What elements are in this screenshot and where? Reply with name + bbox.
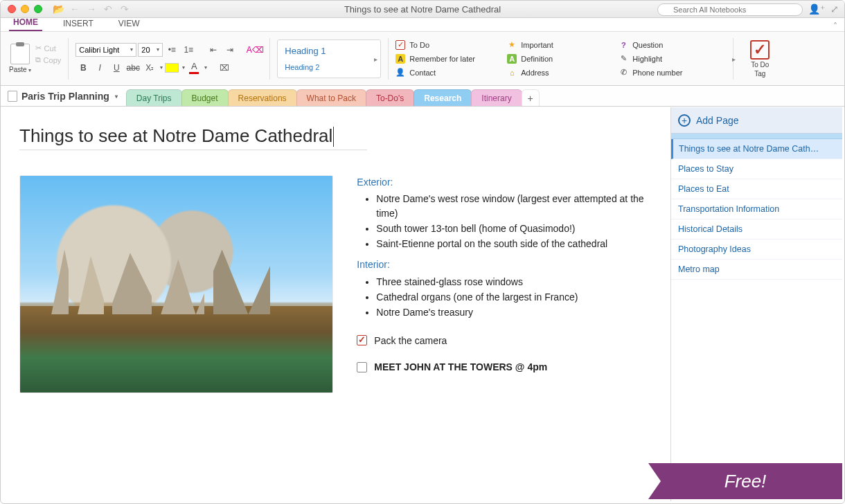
page-list-item[interactable]: Places to Eat	[671, 179, 842, 199]
page-list: Things to see at Notre Dame Cath…Places …	[671, 139, 842, 280]
undo-icon[interactable]: ↶	[102, 3, 114, 15]
zoom-window[interactable]	[34, 5, 42, 13]
exterior-heading: Exterior:	[357, 175, 654, 189]
cut-label: Cut	[44, 44, 56, 53]
bullets-button[interactable]: •≡	[164, 42, 179, 57]
copy-button[interactable]: ⧉Copy	[35, 55, 62, 64]
section-tab-to-do-s[interactable]: To-Do's	[366, 89, 414, 106]
style-heading1[interactable]: Heading 1	[285, 46, 373, 56]
font-family-value: Calibri Light	[79, 46, 119, 54]
checkbox-empty-icon[interactable]: ✓	[357, 362, 367, 372]
copy-label: Copy	[44, 56, 62, 64]
page-list-item[interactable]: Places to Stay	[671, 159, 842, 179]
notre-dame-image[interactable]	[19, 175, 333, 393]
tag-definition[interactable]: ADefinition	[507, 53, 614, 65]
style-heading2[interactable]: Heading 2	[285, 63, 373, 71]
tag-important[interactable]: ★Important	[507, 39, 614, 51]
tag-phone[interactable]: ✆Phone number	[619, 66, 726, 79]
chevron-down-icon: ▾	[115, 93, 118, 100]
section-tab-research[interactable]: Research	[413, 89, 472, 106]
section-tab-day-trips[interactable]: Day Trips	[126, 89, 182, 106]
clear-formatting-button[interactable]: A⌫	[247, 42, 263, 57]
page-list-item[interactable]: Photography Ideas	[671, 240, 842, 260]
scissors-icon: ✂	[35, 44, 42, 53]
contact-icon: 👤	[395, 68, 405, 78]
task-meet-john[interactable]: ✓ MEET JOHN AT THE TOWERS @ 4pm	[357, 360, 654, 374]
highlight-button[interactable]	[164, 60, 179, 75]
section-tab-budget[interactable]: Budget	[181, 89, 229, 106]
tag-question[interactable]: ?Question	[619, 39, 726, 51]
page-list-item[interactable]: Metro map	[671, 260, 842, 280]
underline-button[interactable]: U	[109, 60, 124, 75]
section-tabs: Day TripsBudgetReservationsWhat to PackT…	[126, 89, 539, 106]
tag-address[interactable]: ⌂Address	[507, 66, 614, 79]
list-item: Cathedral organs (one of the largest in …	[376, 290, 654, 304]
list-item: Notre Dame's west rose window (largest e…	[376, 192, 654, 220]
page-list-item[interactable]: Things to see at Notre Dame Cath…	[671, 139, 842, 159]
page-list-item[interactable]: Transportation Information	[671, 199, 842, 219]
bold-button[interactable]: B	[75, 60, 91, 75]
tab-home[interactable]: HOME	[9, 16, 42, 31]
plus-icon: +	[678, 114, 691, 127]
ribbon-tabs: HOME INSERT VIEW ˄	[1, 18, 844, 32]
numbering-button[interactable]: 1≡	[181, 42, 196, 57]
cut-button[interactable]: ✂Cut	[35, 44, 62, 53]
search-input[interactable]	[657, 3, 803, 16]
subscript-button[interactable]: X₂	[142, 60, 157, 75]
italic-button[interactable]: I	[92, 60, 107, 75]
task-label: Pack the camera	[374, 334, 447, 348]
todo-tag-button[interactable]: ✓ To Do Tag	[750, 40, 770, 78]
paste-label: Paste	[9, 66, 27, 73]
share-icon[interactable]: 👤⁺	[808, 3, 825, 15]
tag-todo[interactable]: ✓To Do	[395, 39, 503, 51]
tags-expand-icon[interactable]: ▸	[732, 55, 736, 62]
task-pack-camera[interactable]: ✓ Pack the camera	[357, 334, 654, 348]
star-icon: ★	[507, 40, 517, 50]
page-title[interactable]: Things to see at Notre Dame Cathedral	[19, 125, 367, 150]
section-tab-what-to-pack[interactable]: What to Pack	[296, 89, 366, 106]
close-window[interactable]	[8, 5, 16, 13]
phone-icon: ✆	[619, 68, 628, 78]
strikethrough-button[interactable]: abc	[125, 60, 141, 75]
paste-button[interactable]: Paste▾	[9, 44, 31, 73]
exterior-list: Notre Dame's west rose window (largest e…	[376, 192, 654, 251]
redo-icon[interactable]: ↷	[118, 3, 131, 15]
section-tab-reservations[interactable]: Reservations	[228, 89, 297, 106]
notebook-bar: Paris Trip Planning ▾ Day TripsBudgetRes…	[1, 86, 844, 107]
checkmark-icon: ✓	[750, 40, 770, 60]
free-banner: Free!	[648, 463, 842, 499]
add-page-label: Add Page	[696, 115, 739, 126]
section-tab-itinerary[interactable]: Itinerary	[471, 89, 522, 106]
page-list-item[interactable]: Historical Details	[671, 219, 842, 240]
page-notes[interactable]: Exterior: Notre Dame's west rose window …	[357, 175, 654, 374]
format-painter-button[interactable]: ⌧	[217, 60, 232, 75]
forward-icon[interactable]: →	[85, 3, 98, 15]
copy-icon: ⧉	[35, 55, 41, 64]
styles-gallery[interactable]: Heading 1 Heading 2 ▸	[277, 39, 381, 78]
tag-contact[interactable]: 👤Contact	[395, 66, 503, 79]
tag-remember[interactable]: ARemember for later	[395, 53, 503, 65]
add-section-button[interactable]: +	[522, 89, 540, 106]
font-family-select[interactable]: Calibri Light▾	[75, 43, 136, 57]
back-icon[interactable]: ←	[69, 3, 81, 15]
open-icon[interactable]: 📂	[52, 3, 64, 15]
interior-list: Three stained-glass rose windowsCathedra…	[376, 275, 654, 320]
page-canvas[interactable]: Things to see at Notre Dame Cathedral Ex…	[3, 107, 670, 501]
task-label: MEET JOHN AT THE TOWERS @ 4pm	[374, 360, 547, 374]
indent-button[interactable]: ⇥	[222, 42, 238, 57]
outdent-button[interactable]: ⇤	[206, 42, 221, 57]
tag-highlight[interactable]: ✎Highlight	[619, 53, 726, 65]
ribbon-collapse-icon[interactable]: ˄	[833, 21, 837, 31]
font-size-select[interactable]: 20▾	[138, 43, 163, 57]
checkbox-checked-icon[interactable]: ✓	[357, 335, 367, 345]
notebook-selector[interactable]: Paris Trip Planning ▾	[1, 91, 125, 106]
tab-view[interactable]: VIEW	[114, 17, 144, 31]
home-icon: ⌂	[507, 68, 517, 78]
font-color-button[interactable]: A	[186, 60, 202, 75]
add-page-button[interactable]: + Add Page	[671, 107, 842, 134]
fullscreen-icon[interactable]: ⤢	[830, 3, 839, 15]
tab-insert[interactable]: INSERT	[59, 17, 98, 31]
notebook-icon	[8, 91, 17, 102]
minimize-window[interactable]	[21, 5, 29, 13]
styles-expand-icon[interactable]: ▸	[374, 55, 377, 62]
